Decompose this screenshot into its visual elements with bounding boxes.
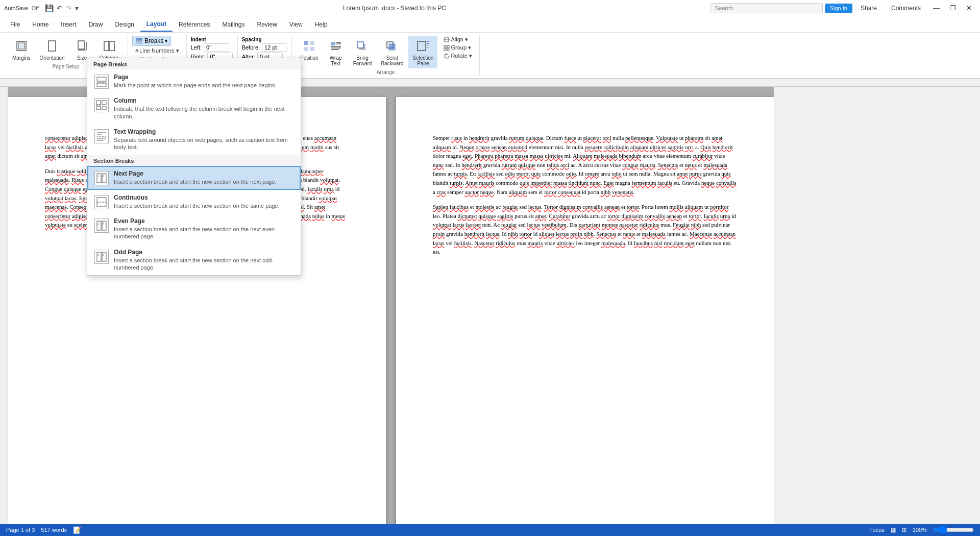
svg-rect-3 [78, 41, 84, 49]
svg-rect-35 [447, 48, 449, 51]
tab-layout[interactable]: Layout [140, 17, 173, 32]
wrap-text-button[interactable]: WrapText [324, 36, 348, 68]
tab-review[interactable]: Review [251, 18, 283, 31]
align-button[interactable]: Align ▾ [440, 36, 475, 43]
word-quisque1: quisque [64, 186, 81, 192]
send-backward-button[interactable]: SendBackward [377, 36, 407, 68]
word-massa3: massa [530, 153, 544, 159]
word-volutpat6: volutpat [433, 222, 451, 228]
tab-help[interactable]: Help [309, 18, 334, 31]
continuous-break-icon [94, 195, 109, 209]
menu-item-even-page[interactable]: 24 Even Page Insert a section break and … [87, 213, 301, 245]
word-ornare2: ornare [585, 170, 599, 177]
word-tellus3: tellus [547, 162, 559, 168]
word-volutpat2: volutpat [320, 177, 338, 183]
title-bar-left: AutoSave Off 💾 ↶ ↷ ▾ [4, 4, 79, 12]
spacing-before-label: Before: [242, 44, 260, 51]
svg-rect-13 [304, 47, 308, 51]
user-button[interactable]: Sign In [825, 4, 852, 13]
word-morbi1: morbi [310, 144, 324, 150]
indent-left-input[interactable] [204, 43, 229, 52]
menu-item-continuous[interactable]: Continuous Insert a section break and st… [87, 190, 301, 213]
breaks-button[interactable]: Breaks ▾ [132, 36, 171, 46]
redo-icon[interactable]: ↷ [66, 4, 72, 12]
tab-home[interactable]: Home [26, 18, 55, 31]
svg-rect-34 [444, 48, 446, 51]
wrap-text-label: WrapText [330, 55, 342, 66]
save-icon[interactable]: 💾 [45, 4, 54, 12]
comments-button[interactable]: Comments [885, 2, 927, 15]
proofing-icon[interactable]: 📝 [73, 526, 81, 534]
word-nunc2: nunc [433, 162, 444, 168]
menu-item-next-page[interactable]: 12 Next Page Insert a section break and … [87, 166, 301, 189]
even-page-title: Even Page [114, 217, 293, 225]
word-hendrerit2: hendrerit [713, 144, 733, 150]
title-bar: AutoSave Off 💾 ↶ ↷ ▾ Lorem Ipsum .docx -… [0, 0, 980, 16]
word-lectus3: lectus [486, 231, 499, 237]
zoom-slider[interactable] [933, 526, 974, 534]
tab-draw[interactable]: Draw [82, 18, 109, 31]
menu-item-column[interactable]: Column Indicate that the text following … [87, 93, 301, 124]
columns-icon [101, 38, 117, 54]
menu-item-page[interactable]: Page Mark the point at which one page en… [87, 69, 301, 93]
undo-icon[interactable]: ↶ [57, 4, 63, 12]
close-button[interactable]: ✕ [962, 4, 976, 12]
word-mauris4: mauris [527, 240, 543, 246]
svg-rect-33 [447, 45, 449, 47]
focus-label[interactable]: Focus [869, 527, 885, 533]
tab-design[interactable]: Design [109, 18, 140, 31]
page-break-icon [94, 75, 109, 89]
word-tellus2: tellus [312, 213, 325, 219]
breaks-icon [136, 37, 143, 44]
word-lacus4: lacus [453, 222, 464, 228]
orientation-button[interactable]: Orientation [36, 36, 69, 63]
word-accumsan3: accumsan [714, 231, 736, 237]
even-page-break-text: Even Page Insert a section break and sta… [114, 217, 293, 240]
word-neque2: neque [701, 180, 715, 186]
selection-pane-label: SelectionPane [412, 55, 433, 66]
word-purus1: purus [689, 170, 701, 177]
view-print-icon[interactable]: ▦ [891, 527, 896, 533]
word-amet8: Amet [465, 180, 477, 186]
menu-item-text-wrapping[interactable]: Text Wrapping Separate text around objec… [87, 124, 301, 155]
line-numbers-button[interactable]: # Line Numbers ▾ [132, 47, 182, 55]
word-nascetur1: nascetur [619, 222, 638, 228]
tab-references[interactable]: References [173, 18, 216, 31]
word-molestie1: molestie [475, 204, 494, 210]
menu-item-odd-page[interactable]: 13 Odd Page Insert a section break and s… [87, 245, 301, 276]
word-congue1: Congue [45, 186, 62, 192]
tab-view[interactable]: View [283, 18, 309, 31]
word-tortor3: tortor [627, 204, 639, 210]
selection-pane-button[interactable]: SelectionPane [408, 36, 437, 68]
word-facilisis4: facilisis [454, 240, 472, 246]
group-arrange: Position WrapText BringForward [292, 35, 480, 76]
word-dictumst1: dictumst [458, 213, 477, 219]
share-button[interactable]: Share [854, 2, 883, 15]
search-input[interactable] [710, 3, 823, 13]
minimize-button[interactable]: — [929, 4, 944, 12]
even-page-desc: Insert a section break and start the new… [114, 226, 293, 240]
word-nibh5: nibh [583, 231, 594, 237]
page-break-text: Page Mark the point at which one page en… [114, 74, 293, 89]
svg-rect-1 [18, 43, 24, 49]
view-web-icon[interactable]: ⊞ [902, 527, 906, 533]
word-feugiat3: feugiat [501, 222, 517, 228]
word-lacus5: lacus [433, 240, 445, 246]
restore-button[interactable]: ❐ [946, 4, 960, 12]
margins-button[interactable]: Margins [8, 36, 35, 63]
tab-file[interactable]: File [4, 18, 26, 31]
indent-left-label: Left: [191, 44, 202, 51]
word-risus1: Risus [71, 177, 84, 183]
word-iaculis1: Iaculis [307, 186, 322, 192]
word-ridiculus2: ridiculus [496, 240, 516, 246]
spacing-before-input[interactable] [262, 43, 287, 52]
tab-mailings[interactable]: Mailings [216, 18, 251, 31]
bring-forward-button[interactable]: BringForward [349, 36, 376, 68]
customize-icon[interactable]: ▾ [75, 4, 79, 12]
word-urna2: urna [720, 213, 730, 219]
group-button[interactable]: Group ▾ [440, 44, 475, 52]
rotate-button[interactable]: Rotate ▾ [440, 52, 475, 60]
page-2: Semper risus in hendrerit gravida rutrum… [396, 97, 774, 536]
tab-insert[interactable]: Insert [55, 18, 82, 31]
page-break-desc: Mark the point at which one page ends an… [114, 82, 293, 89]
